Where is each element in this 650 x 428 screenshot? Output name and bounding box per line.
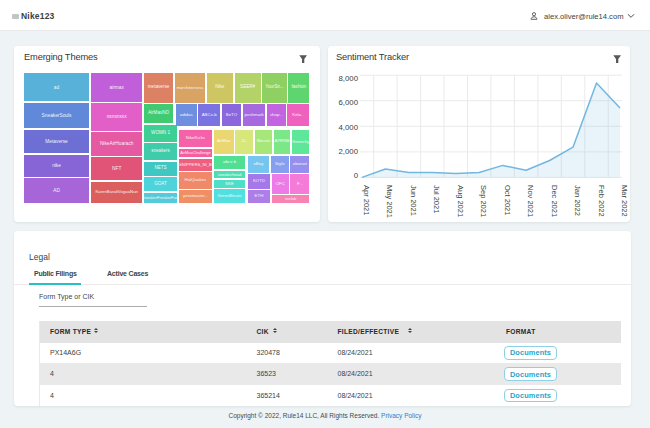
svg-text:Dec 2021: Dec 2021 — [550, 185, 559, 217]
svg-text:8,000: 8,000 — [338, 74, 358, 83]
svg-text:4,000: 4,000 — [338, 123, 358, 132]
svg-text:Feb 2022: Feb 2022 — [597, 185, 606, 217]
svg-text:Nov 2021: Nov 2021 — [526, 185, 535, 217]
svg-text:Sep 2021: Sep 2021 — [479, 185, 488, 217]
svg-text:2,000: 2,000 — [338, 147, 358, 156]
svg-text:Apr 2021: Apr 2021 — [362, 185, 371, 215]
svg-text:Jul 2021: Jul 2021 — [432, 185, 441, 213]
svg-text:Oct 2021: Oct 2021 — [503, 185, 512, 215]
svg-text:Mar 2022: Mar 2022 — [620, 185, 629, 217]
svg-text:Jan 2022: Jan 2022 — [573, 185, 582, 216]
svg-text:Aug 2021: Aug 2021 — [456, 185, 465, 217]
svg-text:May 2021: May 2021 — [385, 185, 394, 218]
svg-text:6,000: 6,000 — [338, 98, 358, 107]
svg-text:0: 0 — [354, 171, 359, 180]
svg-text:Jun 2021: Jun 2021 — [409, 185, 418, 216]
